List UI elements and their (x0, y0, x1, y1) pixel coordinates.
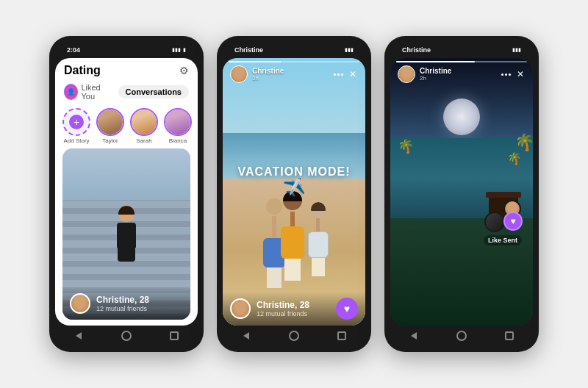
back-button-2[interactable] (240, 329, 253, 342)
like-sent-avatar-user (484, 212, 505, 232)
story-username-3: Christine (420, 67, 451, 75)
story-fullscreen-3: 🌴 🌴 🌴 ♥ Like Sen (390, 58, 533, 326)
signal-icon-3: ▮▮▮ (512, 47, 521, 53)
phone-nav-bar-2 (223, 326, 365, 346)
story-label-taylor: Taylor (102, 137, 118, 144)
story-close-button[interactable]: ✕ (348, 69, 358, 79)
card-avatar (70, 293, 90, 314)
vacation-text-overlay: VACATION MODE! ✈️ (238, 165, 351, 198)
battery-icon: ▮ (183, 47, 186, 53)
story-avatar-sm (230, 65, 248, 83)
story-bianca[interactable]: Bianca (164, 108, 192, 144)
story-time: 3h (252, 75, 284, 82)
phone-2: Christine ▮▮▮ (217, 36, 371, 352)
add-story-plus-icon: + (69, 115, 84, 129)
phone-3: Christine ▮▮▮ 🌴 🌴 🌴 (384, 36, 539, 352)
palm-tree-2: 🌴 (398, 138, 412, 154)
dating-tabs: 👤 Liked You Conversations (55, 80, 198, 104)
recents-button-2[interactable] (335, 329, 348, 342)
signal-icon-2: ▮▮▮ (345, 47, 354, 53)
palm-tree-3: 🌴 (514, 133, 529, 152)
plane-emoji-icon: ✈️ (282, 176, 306, 200)
like-sent-overlay: ♥ Like Sent (484, 200, 522, 245)
moon (443, 98, 480, 135)
card-mutual-friends: 12 mutual friends (96, 305, 183, 312)
main-profile-card[interactable]: Christine, 28 12 mutual friends (62, 148, 190, 320)
status-time-1: 2:04 (67, 46, 80, 54)
story-card-avatar (230, 298, 251, 319)
signal-icon: ▮▮▮ (172, 47, 181, 53)
dating-header: Dating ⚙ (55, 58, 198, 80)
card-info: Christine, 28 12 mutual friends (62, 287, 190, 320)
like-sent-label: Like Sent (484, 235, 522, 245)
story-user-info: Christine 3h ✕ (230, 65, 358, 83)
story-add[interactable]: + Add Story (62, 108, 90, 144)
story-user-info-3: Christine 2h ✕ (398, 65, 526, 83)
heart-icon: ♥ (344, 303, 350, 315)
phone-1: 2:04 ▮▮▮ ▮ Dating ⚙ 👤 Liked You Conversa… (49, 36, 204, 352)
home-button-3[interactable] (455, 329, 468, 342)
like-sent-heart-icon: ♥ (503, 212, 523, 231)
story-avatar-sm-3 (398, 65, 415, 83)
tab-conversations[interactable]: Conversations (118, 85, 189, 98)
story-username: Christine (252, 67, 284, 75)
story-circle-taylor (96, 108, 124, 136)
story-progress-bar (229, 61, 359, 62)
tab-liked-you[interactable]: 👤 Liked You (64, 83, 112, 101)
story-add-circle: + (62, 108, 90, 136)
story-circle-bianca (164, 108, 192, 136)
story-time-3: 2h (420, 75, 451, 82)
status-time-3: Christine (402, 46, 431, 54)
tropical-photo-bg: 🌴 🌴 🌴 ♥ Like Sen (390, 58, 533, 326)
phone-nav-bar-3 (390, 326, 533, 346)
friend-3 (301, 202, 334, 272)
story-close-button-3[interactable]: ✕ (515, 69, 526, 79)
home-button-1[interactable] (120, 329, 133, 342)
story-sarah[interactable]: Sarah (130, 108, 158, 144)
story-card-name: Christine, 28 (257, 300, 330, 310)
story-more-options[interactable] (334, 73, 343, 76)
recents-button-1[interactable] (168, 329, 181, 342)
status-time-2: Christine (234, 46, 263, 54)
status-icons-3: ▮▮▮ (512, 47, 521, 53)
recents-button-3[interactable] (503, 329, 516, 342)
dating-title: Dating (64, 64, 101, 77)
story-fullscreen: Christine 3h ✕ VACATION MODE! ✈️ C (223, 58, 365, 326)
liked-you-label: Liked You (81, 83, 112, 101)
palm-tree-1: 🌴 (507, 151, 522, 162)
story-taylor[interactable]: Taylor (96, 108, 124, 144)
status-icons-2: ▮▮▮ (345, 47, 354, 53)
story-label-sarah: Sarah (136, 137, 151, 144)
status-icons-1: ▮▮▮ ▮ (172, 47, 186, 53)
story-card-mutual: 12 mutual friends (257, 310, 330, 317)
stories-row: + Add Story Taylor Sarah Bianc (55, 104, 198, 148)
liked-you-avatar: 👤 (64, 84, 78, 100)
gear-icon[interactable]: ⚙ (179, 65, 189, 76)
back-button-1[interactable] (72, 329, 85, 342)
card-person-name: Christine, 28 (96, 295, 183, 305)
story-more-options-3[interactable] (501, 73, 511, 76)
back-button-3[interactable] (407, 329, 420, 342)
home-button-2[interactable] (287, 329, 301, 342)
vacation-mode-text: VACATION MODE! (238, 165, 351, 179)
story-circle-sarah (130, 108, 158, 136)
story-label-bianca: Bianca (169, 137, 187, 144)
story-bottom-card: Christine, 28 12 mutual friends ♥ (223, 292, 365, 326)
like-sent-avatars: ♥ (484, 200, 521, 232)
story-card-text: Christine, 28 12 mutual friends (257, 300, 330, 317)
story-progress-bar-3 (396, 61, 527, 62)
card-text: Christine, 28 12 mutual friends (96, 295, 183, 312)
story-add-label: Add Story (63, 137, 89, 144)
phone-nav-bar-1 (55, 326, 198, 346)
heart-like-button[interactable]: ♥ (336, 298, 358, 320)
